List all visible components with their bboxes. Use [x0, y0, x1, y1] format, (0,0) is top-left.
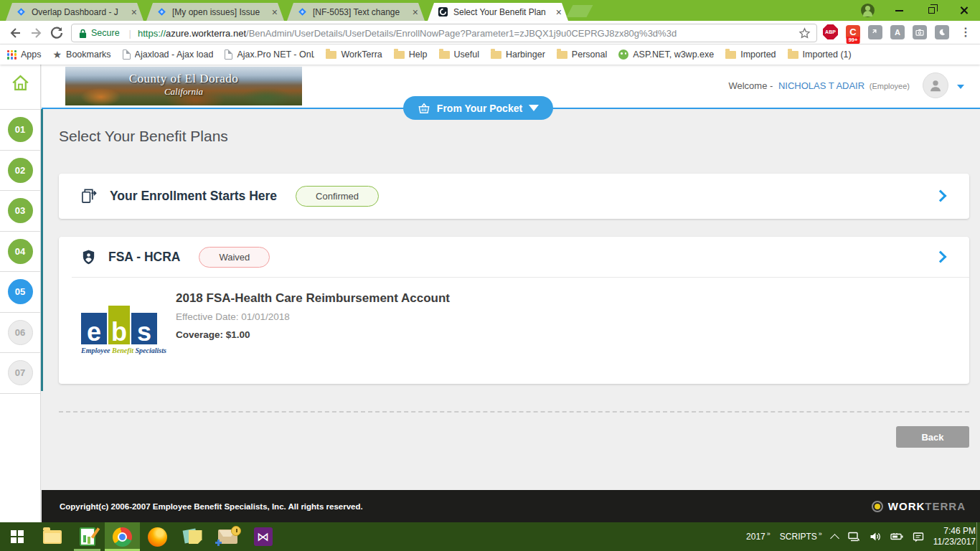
bookmark-ajaxpro[interactable]: Ajax.Pro NET - OnLo	[225, 50, 314, 60]
taskbar-mail[interactable]	[210, 522, 245, 551]
taskbar-clock[interactable]: 7:46 PM 11/23/2017	[933, 526, 976, 547]
bookmark-folder-personal[interactable]: Personal	[557, 50, 607, 60]
step-cell-4[interactable]: 04	[0, 231, 40, 272]
browser-tab-3[interactable]: [NF-5053] Text change ×	[287, 3, 425, 21]
enrollment-card[interactable]: Your Enrollment Starts Here Confirmed	[59, 174, 969, 219]
from-your-pocket-button[interactable]: From Your Pocket	[403, 96, 553, 120]
bookmark-label: Help	[409, 50, 428, 60]
taskbar-chrome-active[interactable]	[105, 522, 140, 551]
ebs-logo: e b s Employee Benefit Specialists	[81, 306, 166, 354]
android-icon	[618, 50, 628, 60]
tab-title: Select Your Benefit Plan	[453, 7, 552, 17]
taskbar-visual-studio[interactable]: ⋈	[245, 522, 281, 551]
basket-icon	[418, 103, 430, 114]
tray-toolbar-2017[interactable]: 2017»	[746, 532, 771, 542]
tab-close-icon[interactable]: ×	[413, 7, 418, 17]
bookmark-aspnet[interactable]: ASP.NET, w3wp.exe	[618, 50, 714, 60]
close-icon	[959, 6, 969, 15]
home-button[interactable]	[0, 65, 40, 109]
url-text[interactable]: https://azure.workterra.net/BenAdmin/Use…	[138, 28, 798, 39]
tray-expand-icon[interactable]	[830, 534, 839, 543]
screenshot-extension-icon[interactable]	[913, 25, 927, 39]
ebs-letter-b: b	[108, 306, 130, 344]
step-cell-3[interactable]: 03	[0, 190, 40, 231]
home-icon	[11, 73, 30, 93]
fsa-chevron-right-icon[interactable]	[935, 251, 947, 263]
bookmark-folder-harbinger[interactable]: Harbinger	[491, 50, 545, 60]
bookmark-star-icon[interactable]	[798, 27, 811, 39]
step-cell-2[interactable]: 02	[0, 150, 40, 191]
show-desktop-button[interactable]	[976, 522, 980, 551]
tab-close-icon[interactable]: ×	[556, 7, 562, 17]
taskbar-sticky-notes[interactable]	[175, 522, 210, 551]
workterra-brand: WORKTERRA	[872, 500, 966, 512]
close-button[interactable]	[948, 0, 980, 21]
network-icon[interactable]	[847, 532, 860, 542]
bookmark-folder-imported[interactable]: Imported	[725, 50, 776, 60]
browser-tab-2[interactable]: [My open issues] Issue ×	[146, 3, 284, 21]
moon-extension-icon[interactable]	[935, 25, 949, 39]
c-extension-icon[interactable]: C99+	[846, 25, 860, 39]
step-badge-active: 05	[8, 279, 33, 304]
browser-titlebar: Overlap Dashboard - J × [My open issues]…	[0, 0, 980, 21]
back-button[interactable]: Back	[896, 426, 969, 448]
browser-profile-button[interactable]	[852, 0, 883, 21]
bookmark-folder-imported-1[interactable]: Imported (1)	[788, 50, 852, 60]
action-center-icon[interactable]	[913, 532, 924, 542]
mail-icon	[218, 529, 237, 544]
brand-word-work: WORK	[888, 500, 925, 512]
bookmark-folder-workterra[interactable]: WorkTerra	[326, 50, 382, 60]
adblock-extension-icon[interactable]: ABP	[823, 24, 838, 39]
tray-toolbar-scripts[interactable]: SCRIPTS»	[780, 532, 822, 542]
step-badge: 01	[8, 117, 33, 142]
forward-nav-button[interactable]	[29, 25, 44, 41]
account-dropdown-caret[interactable]	[957, 85, 964, 89]
step-cell-5-active[interactable]: 05	[0, 271, 40, 312]
dashed-divider	[59, 411, 969, 413]
chrome-icon	[113, 527, 132, 547]
profile-icon	[861, 4, 875, 17]
new-tab-button[interactable]	[566, 5, 593, 17]
omnibox-separator: |	[129, 28, 131, 39]
bookmark-label: Harbinger	[506, 50, 545, 60]
browser-tab-1[interactable]: Overlap Dashboard - J ×	[6, 3, 143, 21]
bookmark-apps[interactable]: Apps	[7, 50, 42, 60]
restore-button[interactable]	[915, 0, 948, 21]
taskbar-report-app[interactable]	[70, 522, 105, 551]
bookmark-ajaxload[interactable]: Ajaxload - Ajax load	[123, 50, 214, 60]
battery-icon[interactable]	[890, 532, 903, 541]
overflow-icon[interactable]: »	[767, 530, 771, 537]
address-bar[interactable]: Secure | https://azure.workterra.net/Ben…	[71, 24, 817, 42]
tab-close-icon[interactable]: ×	[131, 7, 137, 17]
enrollment-chevron-right-icon[interactable]	[935, 190, 947, 202]
user-name-link[interactable]: NICHOLAS T ADAIR	[778, 80, 864, 91]
fsa-card-header[interactable]: FSA - HCRA Waived	[59, 237, 969, 277]
step-cell-7[interactable]: 07	[0, 352, 40, 393]
acrobat-extension-icon[interactable]: A	[890, 25, 905, 39]
county-el-dorado-banner[interactable]: County of El Dorado California	[65, 67, 302, 105]
tab-close-icon[interactable]: ×	[272, 7, 278, 17]
bookmark-label: Personal	[572, 50, 607, 60]
bookmark-bookmarks[interactable]: ★ Bookmarks	[53, 50, 111, 60]
browser-tab-active[interactable]: Select Your Benefit Plan ×	[428, 3, 568, 21]
chrome-menu-icon[interactable]: ⋮	[957, 25, 974, 39]
url-scheme: https://	[138, 28, 166, 39]
overflow-icon[interactable]: »	[819, 530, 822, 537]
user-avatar[interactable]	[923, 72, 948, 98]
back-nav-button[interactable]	[7, 25, 23, 41]
jira-icon	[16, 6, 27, 17]
pocket-extension-icon[interactable]	[868, 25, 882, 39]
bookmark-folder-useful[interactable]: Useful	[439, 50, 479, 60]
bookmark-folder-help[interactable]: Help	[394, 50, 428, 60]
sticky-notes-icon	[184, 527, 202, 546]
banner-subtitle: California	[65, 86, 302, 98]
clock-date: 11/23/2017	[933, 537, 976, 547]
step-cell-1[interactable]: 01	[0, 109, 40, 150]
minimize-button[interactable]	[883, 0, 915, 21]
start-button[interactable]	[0, 522, 34, 551]
refresh-button[interactable]	[49, 25, 65, 41]
taskbar-firefox[interactable]	[140, 522, 175, 551]
step-cell-6[interactable]: 06	[0, 312, 40, 353]
taskbar-file-explorer[interactable]	[34, 522, 70, 551]
volume-icon[interactable]	[870, 532, 881, 542]
